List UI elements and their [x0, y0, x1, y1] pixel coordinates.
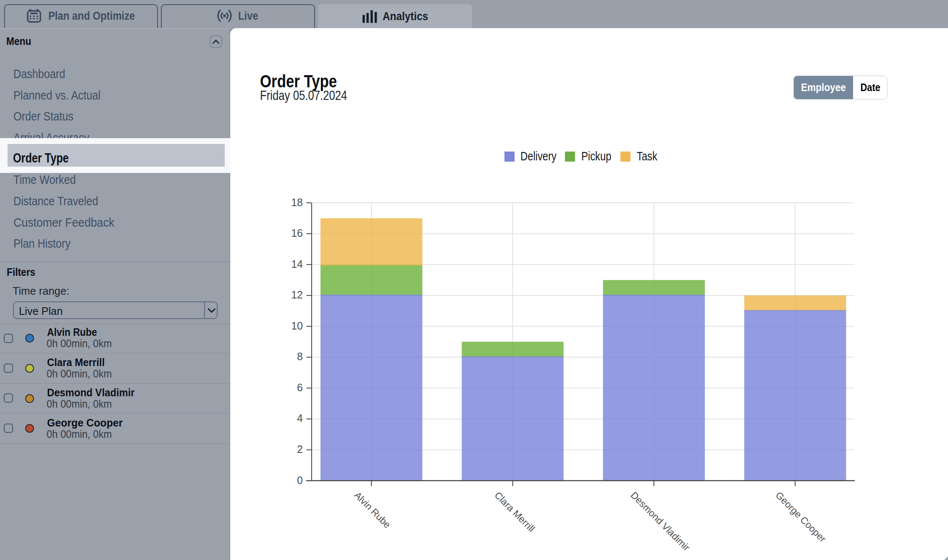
svg-text:8: 8 — [297, 351, 303, 362]
svg-text:6: 6 — [297, 382, 303, 393]
svg-text:George Cooper: George Cooper — [773, 489, 828, 544]
svg-text:Clara Merrill: Clara Merrill — [492, 489, 537, 534]
svg-text:0: 0 — [297, 474, 303, 486]
svg-text:Alvin Rube: Alvin Rube — [352, 489, 393, 530]
svg-text:16: 16 — [291, 227, 303, 239]
svg-text:12: 12 — [291, 289, 303, 301]
svg-text:4: 4 — [297, 412, 303, 424]
svg-text:2: 2 — [297, 443, 303, 455]
svg-text:14: 14 — [291, 258, 303, 270]
svg-text:10: 10 — [291, 320, 303, 332]
svg-text:Desmond Vladimir: Desmond Vladimir — [628, 489, 692, 553]
svg-text:18: 18 — [291, 196, 303, 208]
